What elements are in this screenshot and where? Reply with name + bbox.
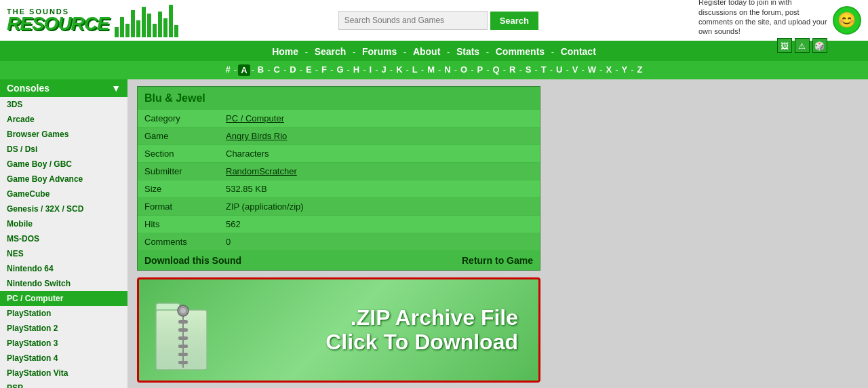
alpha-hash[interactable]: # — [224, 64, 233, 76]
alpha-S[interactable]: S — [524, 64, 534, 76]
nav-home[interactable]: Home — [272, 46, 298, 57]
sidebar-item-gbc[interactable]: Game Boy / GBC — [0, 157, 127, 172]
table-row: Comments 0 — [138, 233, 540, 251]
consoles-header[interactable]: Consoles ▼ — [0, 79, 127, 97]
sidebar-item-msdos[interactable]: MS-DOS — [0, 231, 127, 246]
field-label: Size — [138, 180, 219, 198]
sidebar-item-nes[interactable]: NES — [0, 246, 127, 261]
eq-bar — [142, 7, 146, 37]
alpha-F[interactable]: F — [319, 64, 329, 76]
sidebar-item-psvita[interactable]: PlayStation Vita — [0, 366, 127, 381]
content: Blu & Jewel Category PC / Computer Game … — [127, 79, 868, 388]
sidebar-item-3ds[interactable]: 3DS — [0, 97, 127, 112]
register-text: Register today to join in with discussio… — [698, 0, 827, 37]
alpha-A[interactable]: A — [238, 64, 250, 76]
eq-bar — [120, 17, 124, 37]
alpha-X[interactable]: X — [604, 64, 614, 76]
alpha-O[interactable]: O — [458, 64, 469, 76]
eq-bar — [125, 24, 130, 37]
sidebar-item-arcade[interactable]: Arcade — [0, 112, 127, 127]
game-link[interactable]: Angry Birds Rio — [226, 131, 287, 141]
field-value: Angry Birds Rio — [219, 128, 540, 145]
alpha-E[interactable]: E — [304, 64, 314, 76]
svg-rect-9 — [178, 345, 188, 348]
sidebar-item-switch[interactable]: Nintendo Switch — [0, 276, 127, 291]
alpha-M[interactable]: M — [425, 64, 437, 76]
sidebar-item-ds-dsi[interactable]: DS / Dsi — [0, 142, 127, 157]
sidebar: Consoles ▼ 3DS Arcade Browser Games DS /… — [0, 79, 127, 388]
main-layout: Consoles ▼ 3DS Arcade Browser Games DS /… — [0, 79, 868, 388]
logo-area: THE SOUNDS RESOURCE — [7, 3, 178, 37]
search-input[interactable] — [338, 11, 488, 30]
alpha-D[interactable]: D — [288, 64, 298, 76]
svg-rect-10 — [178, 353, 188, 356]
field-value: 532.85 KB — [219, 180, 540, 198]
download-banner[interactable]: .ZIP Archive File Click To Download — [137, 277, 540, 383]
search-button[interactable]: Search — [490, 12, 538, 30]
nav-comments[interactable]: Comments — [496, 46, 545, 57]
search-area: Search — [338, 11, 538, 30]
alpha-C[interactable]: C — [272, 64, 282, 76]
alpha-Z[interactable]: Z — [635, 64, 644, 76]
banner-line2: Click To Download — [214, 330, 518, 354]
table-row: Game Angry Birds Rio — [138, 128, 540, 145]
nav-forums[interactable]: Forums — [362, 46, 397, 57]
sidebar-item-mobile[interactable]: Mobile — [0, 216, 127, 231]
sidebar-item-psp[interactable]: PSP — [0, 381, 127, 388]
alpha-B[interactable]: B — [256, 64, 266, 76]
alpha-R[interactable]: R — [507, 64, 517, 76]
alpha-K[interactable]: K — [394, 64, 404, 76]
sidebar-item-gba[interactable]: Game Boy Advance — [0, 172, 127, 187]
sidebar-item-ps1[interactable]: PlayStation — [0, 306, 127, 321]
field-label: Category — [138, 110, 219, 128]
svg-rect-7 — [178, 328, 188, 332]
alpha-N[interactable]: N — [442, 64, 452, 76]
nav-search[interactable]: Search — [315, 46, 347, 57]
nav-about[interactable]: About — [413, 46, 440, 57]
cube-icon[interactable]: 🎲 — [812, 38, 827, 53]
sidebar-item-genesis[interactable]: Genesis / 32X / SCD — [0, 201, 127, 216]
field-value: 0 — [219, 233, 540, 251]
alpha-V[interactable]: V — [570, 64, 580, 76]
sidebar-item-browser-games[interactable]: Browser Games — [0, 127, 127, 142]
alpha-W[interactable]: W — [586, 64, 598, 76]
sidebar-item-ps3[interactable]: PlayStation 3 — [0, 336, 127, 351]
field-value: ZIP (application/zip) — [219, 198, 540, 216]
sidebar-item-n64[interactable]: Nintendo 64 — [0, 261, 127, 276]
warning-icon[interactable]: ⚠ — [795, 38, 810, 53]
download-label: Download this Sound — [144, 255, 241, 266]
alpha-P[interactable]: P — [475, 64, 486, 76]
chevron-down-icon: ▼ — [111, 83, 121, 94]
eq-bar — [169, 5, 173, 37]
svg-rect-6 — [178, 320, 188, 324]
eq-bar — [136, 20, 140, 37]
alpha-H[interactable]: H — [351, 64, 361, 76]
logo[interactable]: THE SOUNDS RESOURCE — [7, 7, 109, 33]
field-value: 562 — [219, 216, 540, 233]
sound-title: Blu & Jewel — [138, 87, 540, 110]
field-label: Submitter — [138, 163, 219, 180]
sidebar-item-gamecube[interactable]: GameCube — [0, 187, 127, 201]
alpha-I[interactable]: I — [368, 64, 374, 76]
alpha-U[interactable]: U — [554, 64, 564, 76]
svg-rect-11 — [178, 361, 188, 364]
submitter-link[interactable]: RandomScratcher — [226, 166, 297, 176]
return-to-game-link[interactable]: Return to Game — [462, 255, 533, 266]
alpha-L[interactable]: L — [410, 64, 420, 76]
alpha-Y[interactable]: Y — [619, 64, 629, 76]
banner-line1: .ZIP Archive File — [214, 306, 518, 330]
table-row: Hits 562 — [138, 216, 540, 233]
alpha-Q[interactable]: Q — [491, 64, 502, 76]
nav-stats[interactable]: Stats — [456, 46, 479, 57]
alpha-J[interactable]: J — [380, 64, 389, 76]
alpha-T[interactable]: T — [539, 64, 549, 76]
alpha-G[interactable]: G — [334, 64, 345, 76]
nav-contact[interactable]: Contact — [561, 46, 596, 57]
sidebar-item-ps2[interactable]: PlayStation 2 — [0, 321, 127, 336]
sidebar-item-ps4[interactable]: PlayStation 4 — [0, 351, 127, 366]
field-label: Format — [138, 198, 219, 216]
image-icon[interactable]: 🖼 — [777, 38, 792, 53]
category-link[interactable]: PC / Computer — [226, 113, 284, 123]
download-bar: Download this Sound Return to Game — [138, 251, 540, 270]
sidebar-item-pc[interactable]: PC / Computer — [0, 291, 127, 306]
